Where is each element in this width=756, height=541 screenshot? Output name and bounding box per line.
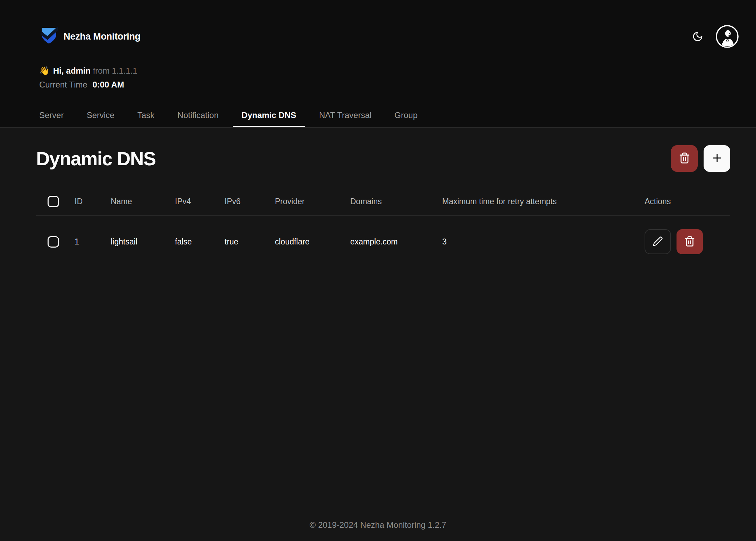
trash-icon (684, 236, 695, 248)
row-checkbox[interactable] (48, 236, 59, 248)
top-header: Nezha Monitoring (0, 0, 756, 128)
tab-server[interactable]: Server (31, 105, 73, 127)
tab-service[interactable]: Service (78, 105, 123, 127)
add-record-button[interactable] (704, 145, 730, 172)
tab-task[interactable]: Task (129, 105, 163, 127)
toolbar (671, 145, 730, 172)
select-all-cell (36, 196, 75, 207)
cell-ipv4: false (175, 237, 225, 247)
row-actions-cell (645, 229, 730, 254)
cell-ipv6: true (225, 237, 275, 247)
delete-row-button[interactable] (677, 229, 703, 254)
main-nav-tabs: Server Service Task Notification Dynamic… (31, 105, 426, 127)
edit-row-button[interactable] (645, 229, 671, 254)
cell-id: 1 (75, 237, 111, 247)
col-header-ipv6: IPv6 (225, 197, 275, 206)
col-header-actions: Actions (645, 197, 730, 206)
col-header-ipv4: IPv4 (175, 197, 225, 206)
table-row: 1 lightsail false true cloudflare exampl… (36, 216, 730, 268)
col-header-domains: Domains (350, 197, 442, 206)
page-title-row: Dynamic DNS (36, 145, 730, 172)
app-root: Nezha Monitoring (0, 0, 756, 541)
table-header-row: ID Name IPv4 IPv6 Provider Domains Maxim… (36, 188, 730, 216)
wave-emoji-icon: 👋 (39, 66, 50, 75)
tab-nat-traversal[interactable]: NAT Traversal (310, 105, 380, 127)
trash-icon (679, 152, 690, 165)
col-header-name: Name (111, 197, 175, 206)
col-header-max-retry: Maximum time for retry attempts (442, 197, 645, 206)
brand-row: Nezha Monitoring (0, 0, 756, 48)
brand-title: Nezha Monitoring (64, 31, 141, 42)
col-header-provider: Provider (275, 197, 350, 206)
greeting-block: 👋Hi, admin from 1.1.1.1 Current Time 0:0… (0, 48, 756, 92)
user-avatar[interactable] (716, 25, 739, 48)
nezha-logo-icon (40, 26, 58, 47)
theme-toggle-moon-icon[interactable] (688, 27, 707, 46)
col-header-id: ID (75, 197, 111, 206)
tab-dynamic-dns[interactable]: Dynamic DNS (233, 105, 305, 127)
ddns-table: ID Name IPv4 IPv6 Provider Domains Maxim… (36, 188, 730, 268)
plus-icon (711, 152, 723, 165)
copyright-footer: © 2019-2024 Nezha Monitoring 1.2.7 (0, 520, 756, 530)
cell-name: lightsail (111, 237, 175, 247)
current-time-label: Current Time (39, 80, 87, 89)
cell-provider: cloudflare (275, 237, 350, 247)
main-content: Dynamic DNS (0, 128, 756, 541)
current-time-line: Current Time 0:00 AM (39, 78, 756, 92)
cell-domains: example.com (350, 237, 442, 247)
cell-max-retry: 3 (442, 237, 645, 247)
row-select-cell (36, 236, 75, 248)
bulk-delete-button[interactable] (671, 145, 698, 172)
page-title: Dynamic DNS (36, 148, 156, 170)
greeting-line: 👋Hi, admin from 1.1.1.1 (39, 64, 756, 78)
greeting-user: Hi, admin (53, 66, 91, 75)
greeting-from-ip: from 1.1.1.1 (93, 66, 137, 75)
select-all-checkbox[interactable] (48, 196, 59, 207)
current-time-value: 0:00 AM (92, 80, 124, 89)
tab-notification[interactable]: Notification (169, 105, 227, 127)
tab-group[interactable]: Group (386, 105, 426, 127)
pencil-icon (653, 236, 663, 248)
